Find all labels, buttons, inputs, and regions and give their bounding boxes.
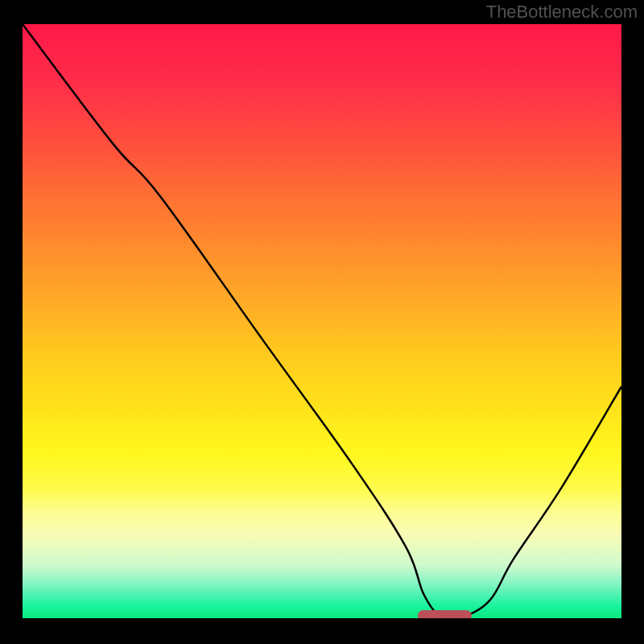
bottleneck-curve <box>23 24 621 618</box>
chart-container: TheBottleneck.com <box>0 0 644 644</box>
curve-svg <box>23 24 621 618</box>
attribution-text: TheBottleneck.com <box>486 2 638 23</box>
chart-area <box>23 24 621 618</box>
optimal-marker <box>418 610 472 618</box>
